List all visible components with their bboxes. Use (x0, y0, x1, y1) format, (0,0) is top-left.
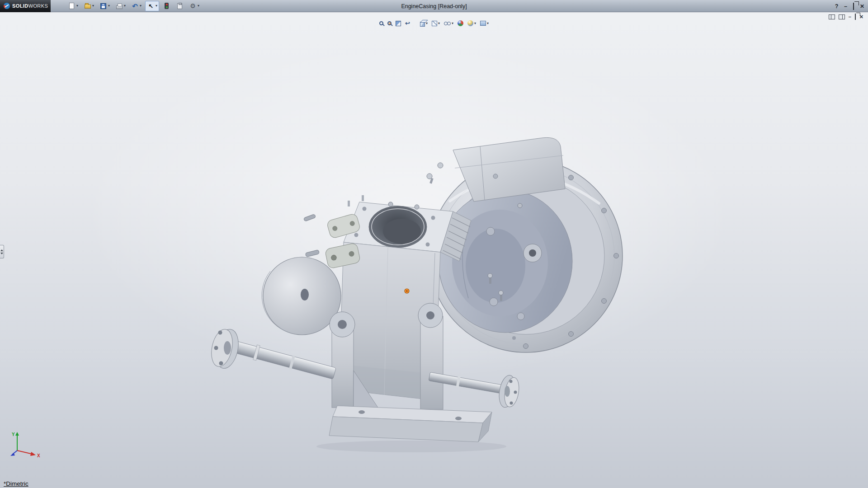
left-shaft[interactable] (208, 327, 337, 381)
selection-point-center (406, 291, 408, 292)
orientation-triad: Y X (6, 430, 44, 460)
engine-casing-model[interactable] (0, 0, 868, 488)
crank-disc[interactable] (262, 257, 341, 335)
top-cover-assembly[interactable] (427, 137, 565, 202)
solidworks-window: SOLIDWORKS ▾ ▾ ▾ ▾ ↶ ▾ (0, 0, 868, 488)
view-orientation-label: *Dimetric (4, 480, 28, 487)
triad-y-label: Y (12, 432, 15, 437)
triad-x-label: X (37, 453, 40, 458)
base-plate[interactable] (329, 406, 492, 442)
